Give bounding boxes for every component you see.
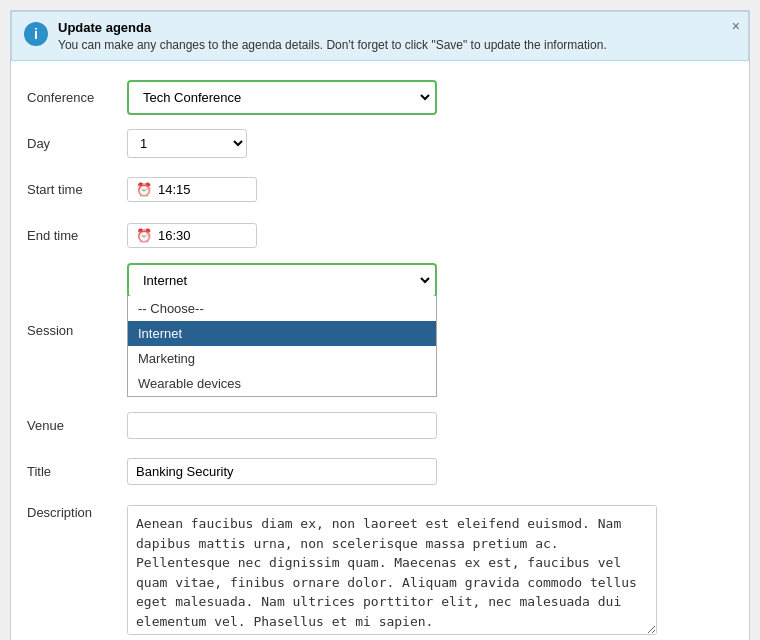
conference-select[interactable]: Tech Conference	[131, 84, 433, 111]
venue-label: Venue	[27, 418, 127, 433]
end-time-control: ⏰	[127, 223, 733, 248]
banner-text: Update agenda You can make any changes t…	[58, 20, 607, 52]
session-row: Session -- Choose-- Internet Marketing W…	[27, 263, 733, 397]
venue-row: Venue	[27, 407, 733, 443]
session-dropdown-wrap: -- Choose-- Internet Marketing Wearable …	[127, 263, 437, 298]
clock-icon-end: ⏰	[136, 228, 152, 243]
banner-message: You can make any changes to the agenda d…	[58, 38, 607, 52]
form-container: i Update agenda You can make any changes…	[10, 10, 750, 640]
title-input[interactable]	[127, 458, 437, 485]
end-time-label: End time	[27, 228, 127, 243]
conference-row: Conference Tech Conference	[27, 79, 733, 115]
end-time-wrap: ⏰	[127, 223, 257, 248]
title-control	[127, 458, 733, 485]
end-time-row: End time ⏰	[27, 217, 733, 253]
banner-title: Update agenda	[58, 20, 607, 35]
day-label: Day	[27, 136, 127, 151]
session-control: -- Choose-- Internet Marketing Wearable …	[127, 263, 733, 397]
start-time-wrap: ⏰	[127, 177, 257, 202]
day-control: 1 2 3 4 5	[127, 129, 733, 158]
end-time-input[interactable]	[158, 228, 228, 243]
session-select-row: -- Choose-- Internet Marketing Wearable …	[131, 267, 433, 294]
session-block: -- Choose-- Internet Marketing Wearable …	[127, 263, 437, 397]
conference-control: Tech Conference	[127, 80, 733, 115]
description-label: Description	[27, 505, 127, 520]
session-option-marketing[interactable]: Marketing	[128, 346, 436, 371]
start-time-label: Start time	[27, 182, 127, 197]
start-time-row: Start time ⏰	[27, 171, 733, 207]
conference-label: Conference	[27, 90, 127, 105]
title-label: Title	[27, 464, 127, 479]
description-row: Description Aenean faucibus diam ex, non…	[27, 499, 733, 638]
day-select[interactable]: 1 2 3 4 5	[127, 129, 247, 158]
day-row: Day 1 2 3 4 5	[27, 125, 733, 161]
session-label: Session	[27, 323, 127, 338]
start-time-control: ⏰	[127, 177, 733, 202]
close-button[interactable]: ×	[732, 18, 740, 34]
form-body: Conference Tech Conference Day 1 2 3 4 5	[11, 73, 749, 640]
description-control: Aenean faucibus diam ex, non laoreet est…	[127, 505, 733, 638]
session-option-wearable[interactable]: Wearable devices	[128, 371, 436, 396]
session-option-choose[interactable]: -- Choose--	[128, 296, 436, 321]
description-textarea[interactable]: Aenean faucibus diam ex, non laoreet est…	[127, 505, 657, 635]
start-time-input[interactable]	[158, 182, 228, 197]
clock-icon-start: ⏰	[136, 182, 152, 197]
session-option-internet[interactable]: Internet	[128, 321, 436, 346]
title-row: Title	[27, 453, 733, 489]
session-select[interactable]: -- Choose-- Internet Marketing Wearable …	[131, 267, 433, 294]
info-banner: i Update agenda You can make any changes…	[11, 11, 749, 61]
session-dropdown-list: -- Choose-- Internet Marketing Wearable …	[127, 296, 437, 397]
conference-dropdown-wrap: Tech Conference	[127, 80, 437, 115]
info-icon: i	[24, 22, 48, 46]
venue-input[interactable]	[127, 412, 437, 439]
venue-control	[127, 412, 733, 439]
